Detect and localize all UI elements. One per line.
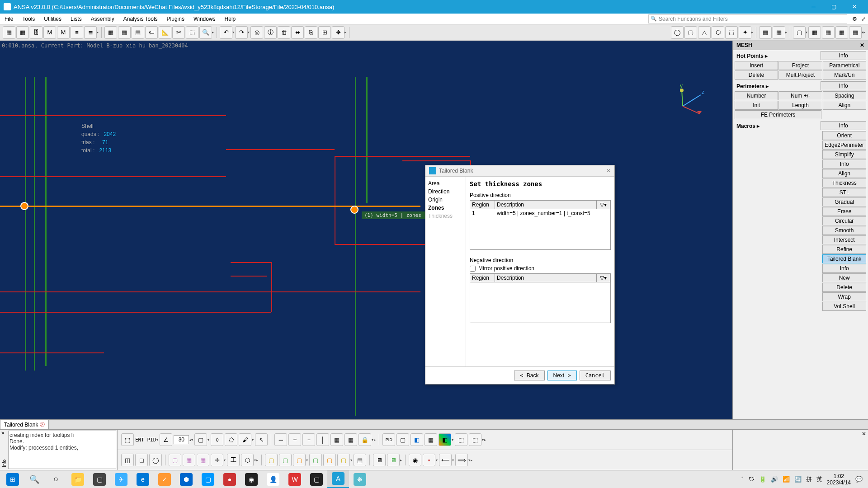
nav-origin[interactable]: Origin xyxy=(428,196,463,204)
app-icon[interactable]: ⬢ xyxy=(175,470,197,488)
dropdown-icon[interactable]: ▸ xyxy=(344,30,346,34)
tray-ime2[interactable]: 英 xyxy=(816,475,822,483)
app-icon[interactable]: 👤 xyxy=(262,470,284,488)
search-input[interactable]: Search Functions and Filters xyxy=(648,14,847,23)
dropdown-icon[interactable]: ▾ xyxy=(306,458,308,462)
btn-parametrical[interactable]: Parametrical xyxy=(823,61,866,70)
dropdown-icon[interactable]: ▾ xyxy=(252,438,254,442)
pid-icon[interactable]: PID xyxy=(382,433,395,446)
plus-icon[interactable]: ＋ xyxy=(288,433,301,446)
grid-icon[interactable]: ▦ xyxy=(330,433,343,446)
col-region[interactable]: Region xyxy=(470,274,495,282)
tool-zoom-icon[interactable]: 🔍 xyxy=(199,26,212,39)
orange-icon[interactable]: ▢ xyxy=(293,454,306,466)
geo-marker[interactable] xyxy=(20,202,28,210)
section-hotpoints[interactable]: Hot Points ▸ xyxy=(735,51,820,61)
tray-ime1[interactable]: 拼 xyxy=(806,475,812,483)
sel-cursor-icon[interactable]: ↖ xyxy=(255,433,268,446)
tool-info-icon[interactable]: ⓘ xyxy=(264,26,277,39)
dropdown-icon[interactable]: ▾ xyxy=(482,438,484,442)
btn-length[interactable]: Length xyxy=(778,101,822,110)
col-description[interactable]: Description xyxy=(495,274,597,282)
tool-grid4-icon[interactable]: ▦ xyxy=(835,26,848,39)
dropdown-icon[interactable]: ▸ xyxy=(212,30,214,34)
next-button[interactable]: Next > xyxy=(547,371,577,380)
cancel-button[interactable]: Cancel xyxy=(580,371,611,380)
tool-color-icon[interactable]: ▢ xyxy=(793,26,806,39)
tray-sync-icon[interactable]: 🔄 xyxy=(794,476,802,483)
dropdown-icon[interactable]: ▾ xyxy=(436,458,438,462)
tool-layers-icon[interactable]: ▤ xyxy=(132,26,144,39)
grid2-icon[interactable]: ▦ xyxy=(344,433,357,446)
btn-thickness[interactable]: Thickness xyxy=(822,178,866,188)
tool-db-icon[interactable]: 🗄 xyxy=(30,26,42,39)
tool-grid-icon[interactable]: ▦ xyxy=(118,26,131,39)
shape-icon[interactable]: ◫ xyxy=(121,454,134,466)
tool-array-icon[interactable]: ⊞ xyxy=(318,26,331,39)
dropdown-icon[interactable]: ▾ xyxy=(806,30,807,34)
btn-info[interactable]: Info xyxy=(822,160,866,169)
box-icon[interactable]: ▢ xyxy=(169,454,181,466)
layers-icon[interactable]: ▤ xyxy=(354,454,366,466)
angle-input[interactable] xyxy=(174,435,189,444)
tool-copy-icon[interactable]: ⎘ xyxy=(305,26,317,39)
expand-icon[interactable]: ⤢ xyxy=(859,14,868,23)
nav-zones[interactable]: Zones xyxy=(428,204,463,212)
tool-view2-icon[interactable]: ▦ xyxy=(773,26,785,39)
box3-icon[interactable]: ▦ xyxy=(197,454,209,466)
tool-node-icon[interactable]: ✦ xyxy=(739,26,751,39)
tool-transform-icon[interactable]: ⬌ xyxy=(291,26,304,39)
dropdown-icon[interactable]: ▸ xyxy=(256,458,258,462)
geo-marker[interactable] xyxy=(350,206,359,214)
sel-brush-icon[interactable]: 🖌 xyxy=(239,433,251,446)
col-description[interactable]: Description xyxy=(495,201,597,209)
btn-simplify[interactable]: Simplify xyxy=(822,150,866,159)
tray-chevron-icon[interactable]: ˄ xyxy=(741,476,744,483)
tool-measure-icon[interactable]: 📐 xyxy=(159,26,171,39)
green-icon[interactable]: ▢ xyxy=(279,454,292,466)
ibeam-icon[interactable]: 工 xyxy=(227,454,240,466)
btn-delete[interactable]: Delete xyxy=(735,70,778,80)
btn-insert[interactable]: Insert xyxy=(735,61,778,70)
positive-zone-table[interactable]: Region Description ▽▾ 1 width=5 | zones_… xyxy=(470,200,611,250)
sphere-icon[interactable]: ◯ xyxy=(149,454,162,466)
menu-tools[interactable]: Tools xyxy=(18,14,39,24)
tool-target-icon[interactable]: ◎ xyxy=(250,26,263,39)
menu-analysis-tools[interactable]: Analysis Tools xyxy=(119,14,162,24)
dropdown-icon[interactable]: ▸ xyxy=(484,438,486,442)
tray-app-icon[interactable]: 🛡 xyxy=(749,476,755,483)
sel-poly-icon[interactable]: ⬠ xyxy=(225,433,237,446)
tool-tri-icon[interactable]: △ xyxy=(698,26,711,39)
menu-help[interactable]: Help xyxy=(220,14,241,24)
app-icon[interactable]: ● xyxy=(219,470,241,488)
yellow-icon[interactable]: ▢ xyxy=(265,454,278,466)
gear-icon[interactable]: ⚙ xyxy=(850,14,859,23)
tool-tag-icon[interactable]: 🏷 xyxy=(145,26,158,39)
panel-close-icon[interactable]: ✕ xyxy=(862,431,866,437)
tab-close-icon[interactable]: ⓧ xyxy=(40,421,45,428)
btn-edge2perimeter[interactable]: Edge2Perimeter xyxy=(822,141,866,150)
tool-grid5-icon[interactable]: ▦ xyxy=(849,26,862,39)
angle-icon[interactable]: ∠ xyxy=(160,433,172,446)
mirror-checkbox[interactable] xyxy=(470,266,476,272)
wire-icon[interactable]: ⬚ xyxy=(455,433,467,446)
section-perimeters[interactable]: Perimeters ▸ xyxy=(735,81,820,91)
btn-gradual[interactable]: Gradual xyxy=(822,197,866,206)
axis-gizmo[interactable]: z y xyxy=(669,81,705,117)
search-icon[interactable]: 🔍 xyxy=(24,470,45,488)
monitor2-icon[interactable]: 🖥 xyxy=(387,454,400,466)
tool-grid3-icon[interactable]: ▦ xyxy=(822,26,835,39)
btn-number[interactable]: Number xyxy=(735,91,778,100)
dropdown-icon[interactable]: ▸ xyxy=(751,30,753,34)
tool-cut-icon[interactable]: ✂ xyxy=(172,26,185,39)
tool-hex-icon[interactable]: ⬡ xyxy=(712,26,724,39)
menu-assembly[interactable]: Assembly xyxy=(86,14,119,24)
tool-open-icon[interactable]: ▦ xyxy=(16,26,29,39)
menu-plugins[interactable]: Plugins xyxy=(162,14,189,24)
tool-mesh-icon[interactable]: ▦ xyxy=(104,26,117,39)
hex-icon[interactable]: ⬡ xyxy=(241,454,254,466)
clock[interactable]: 1:02 2023/4/14 xyxy=(827,473,851,486)
wps-icon[interactable]: W xyxy=(284,470,306,488)
btn-erase[interactable]: Erase xyxy=(822,207,866,216)
nav-area[interactable]: Area xyxy=(428,179,463,188)
